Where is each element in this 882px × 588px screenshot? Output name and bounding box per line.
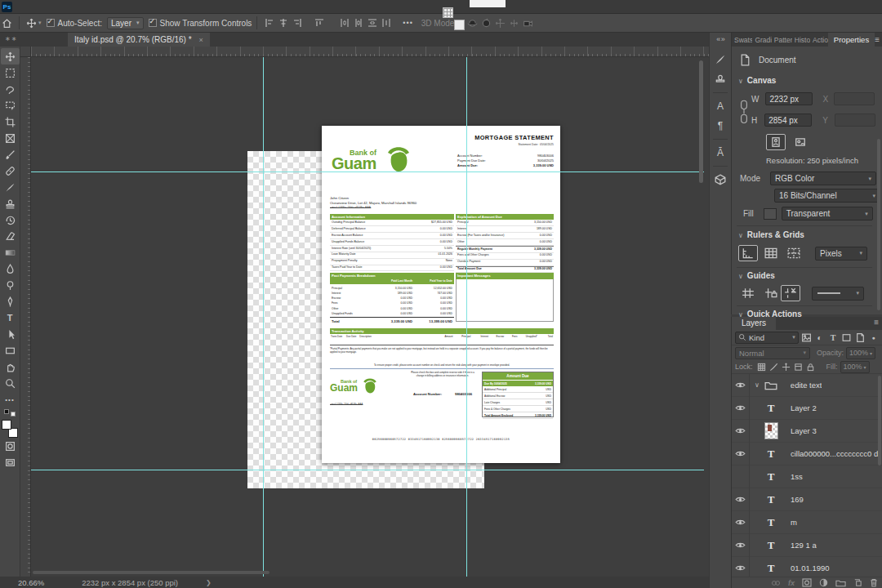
- visibility-toggle[interactable]: [732, 488, 750, 511]
- frame-tool[interactable]: [1, 130, 20, 146]
- layer-thumbnail[interactable]: T: [761, 448, 781, 461]
- layer-name[interactable]: 01.01.1990: [791, 564, 830, 572]
- distribute-center-icon[interactable]: [352, 17, 364, 29]
- grid-toggle-button[interactable]: [761, 245, 781, 261]
- brush-tool[interactable]: [1, 179, 20, 195]
- layer-thumbnail[interactable]: T: [761, 470, 781, 483]
- more-options-icon[interactable]: •••: [403, 19, 412, 27]
- layer-row[interactable]: ∨ T Layer 3: [732, 420, 882, 443]
- guides-toggle-button[interactable]: [738, 285, 758, 301]
- ruler-units-select[interactable]: Pixels▾: [815, 247, 867, 261]
- foreground-background-swatches[interactable]: [2, 420, 18, 438]
- history-brush-tool[interactable]: [1, 212, 20, 228]
- layer-thumbnail[interactable]: T: [761, 516, 781, 529]
- layer-row[interactable]: ∨ T Layer 2: [732, 397, 882, 420]
- lock-position-icon[interactable]: [781, 362, 791, 372]
- visibility-toggle[interactable]: [732, 420, 750, 443]
- layer-name[interactable]: edite text: [791, 381, 822, 390]
- lock-guides-button[interactable]: [761, 285, 781, 301]
- eyedropper-tool[interactable]: [1, 146, 20, 163]
- spot-healing-tool[interactable]: [1, 163, 20, 179]
- brushes-panel-icon[interactable]: [711, 50, 729, 69]
- align-left-edges-icon[interactable]: [263, 17, 275, 29]
- opacity-value[interactable]: 100%▾: [846, 347, 875, 359]
- collapse-panels-icon[interactable]: « »: [716, 35, 724, 43]
- clear-guides-button[interactable]: [781, 285, 800, 301]
- layer-thumbnail[interactable]: T: [761, 539, 781, 552]
- vertical-guide[interactable]: [466, 57, 467, 577]
- canvas-horizontal-scrollbar[interactable]: [33, 571, 270, 574]
- eraser-tool[interactable]: [1, 228, 20, 244]
- tab-actions[interactable]: Actio: [810, 36, 828, 44]
- filter-smart-object-icon[interactable]: [854, 332, 866, 344]
- canvas-section-header[interactable]: ∨Canvas: [738, 76, 776, 85]
- vertical-ruler[interactable]: [20, 57, 31, 588]
- visibility-toggle[interactable]: [732, 374, 750, 397]
- layer-thumbnail[interactable]: T: [761, 493, 781, 506]
- distribute-vertical-icon[interactable]: [366, 17, 378, 29]
- fill-value[interactable]: 100%▾: [840, 361, 870, 373]
- panel-menu-icon[interactable]: ≡: [874, 318, 879, 327]
- layer-name[interactable]: 1ss: [791, 472, 803, 481]
- tab-history[interactable]: Histo: [792, 36, 810, 44]
- link-dimensions-icon[interactable]: [739, 99, 749, 127]
- clone-stamp-tool[interactable]: [1, 195, 20, 212]
- filter-toggle-dot[interactable]: ●: [867, 332, 880, 344]
- layer-name[interactable]: Layer 3: [791, 426, 817, 435]
- filter-type-icon[interactable]: T: [827, 332, 840, 344]
- group-expand-caret[interactable]: ∨: [755, 381, 760, 389]
- new-layer-icon[interactable]: [853, 578, 862, 587]
- default-swatches-icon[interactable]: [4, 409, 16, 416]
- character-panel-icon[interactable]: A: [711, 96, 729, 116]
- ruler-origin-corner[interactable]: [20, 47, 31, 57]
- align-horizontal-centers-icon[interactable]: [277, 17, 289, 29]
- visibility-toggle[interactable]: [732, 534, 750, 557]
- pen-tool[interactable]: [1, 293, 20, 310]
- marquee-tool[interactable]: [1, 65, 20, 81]
- properties-scrollbar[interactable]: [877, 139, 880, 310]
- tab-patterns[interactable]: Patter: [772, 36, 792, 44]
- lock-all-icon[interactable]: [805, 362, 816, 372]
- path-selection-tool[interactable]: [1, 326, 20, 342]
- rulers-toggle-button[interactable]: [738, 245, 758, 261]
- color-mode-select[interactable]: RGB Color▾: [770, 172, 876, 185]
- visibility-toggle[interactable]: [732, 511, 750, 534]
- filter-shape-icon[interactable]: [840, 332, 853, 344]
- object-selection-tool[interactable]: [1, 97, 20, 114]
- rectangle-tool[interactable]: [1, 342, 20, 359]
- visibility-toggle[interactable]: [732, 466, 750, 488]
- mortgage-statement-document[interactable]: Bank of Guam MORTGAGE STATEMENT Statemen…: [322, 126, 560, 463]
- layer-mask-icon[interactable]: [802, 578, 812, 587]
- layer-row[interactable]: ∨ T cilla000000...cccccccc0 d: [732, 443, 882, 466]
- width-input[interactable]: 2232 px: [765, 92, 813, 105]
- layer-row[interactable]: ∨ T m: [732, 511, 882, 534]
- panel-menu-icon[interactable]: ≡: [875, 35, 880, 44]
- quick-mask-icon[interactable]: [1, 438, 20, 454]
- layer-thumbnail[interactable]: T: [761, 402, 781, 415]
- move-tool[interactable]: [1, 48, 20, 65]
- document-tab[interactable]: Italy id.psd @ 20.7% (RGB/16) * ×: [68, 33, 210, 47]
- layer-name[interactable]: Layer 2: [791, 403, 817, 412]
- new-group-icon[interactable]: [835, 579, 846, 587]
- layer-name[interactable]: 169: [791, 495, 804, 504]
- horizontal-ruler[interactable]: [31, 47, 709, 57]
- visibility-toggle[interactable]: [732, 397, 750, 420]
- lasso-tool[interactable]: [1, 81, 20, 97]
- lock-pixels-icon[interactable]: [768, 362, 779, 372]
- clone-source-panel-icon[interactable]: [711, 69, 729, 89]
- tab-properties[interactable]: Properties: [828, 33, 875, 47]
- dodge-tool[interactable]: [1, 277, 20, 293]
- layer-row[interactable]: ∨ T 169: [732, 488, 882, 511]
- layer-row[interactable]: ∨ T 129 1 a: [732, 534, 882, 557]
- glyphs-panel-icon[interactable]: Ā: [711, 143, 729, 163]
- layer-thumbnail[interactable]: T: [761, 381, 781, 390]
- adjustment-layer-icon[interactable]: [819, 578, 828, 587]
- layers-scrollbar[interactable]: [878, 376, 881, 466]
- 3d-panel-icon[interactable]: [711, 170, 729, 189]
- portrait-orientation-button[interactable]: [766, 134, 786, 150]
- visibility-toggle[interactable]: [732, 557, 750, 577]
- pixel-grid-toggle-button[interactable]: [784, 245, 804, 261]
- guide-style-select[interactable]: ▾: [812, 287, 864, 301]
- guides-header[interactable]: ∨Guides: [738, 271, 775, 280]
- screen-mode-icon[interactable]: [1, 454, 20, 470]
